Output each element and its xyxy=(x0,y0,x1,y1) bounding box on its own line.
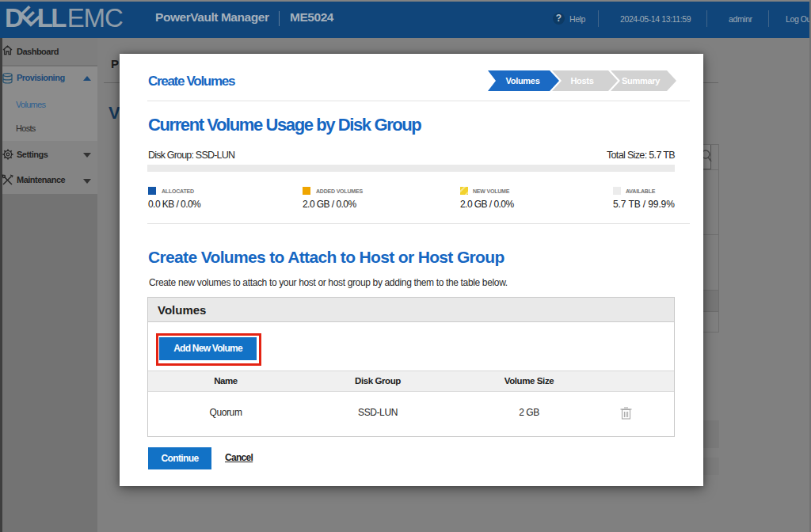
svg-text:Hosts: Hosts xyxy=(570,76,593,86)
svg-text:Volumes: Volumes xyxy=(506,76,540,86)
svg-text:Summary: Summary xyxy=(622,76,661,86)
